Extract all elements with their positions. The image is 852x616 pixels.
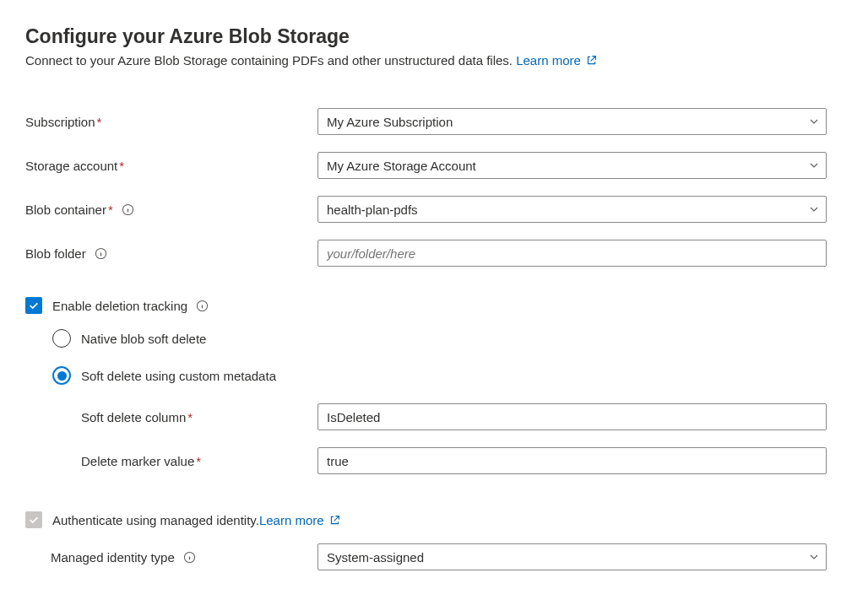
subscription-value: My Azure Subscription	[327, 115, 453, 129]
learn-more-text: Learn more	[516, 53, 581, 68]
blob-container-select[interactable]: health-plan-pdfs	[317, 196, 827, 223]
custom-soft-delete-radio[interactable]: Soft delete using custom metadata	[52, 366, 827, 385]
info-icon[interactable]	[122, 203, 134, 216]
chevron-down-icon	[809, 204, 819, 214]
enable-deletion-tracking-checkbox[interactable]	[25, 297, 42, 314]
soft-delete-column-label: Soft delete column	[81, 410, 186, 424]
page-subtitle: Connect to your Azure Blob Storage conta…	[25, 53, 827, 68]
blob-container-label: Blob container	[25, 203, 106, 217]
info-icon[interactable]	[183, 551, 196, 564]
auth-managed-identity-checkbox[interactable]	[25, 511, 42, 528]
managed-identity-type-value: System-assigned	[327, 550, 424, 565]
enable-deletion-tracking-label: Enable deletion tracking	[52, 299, 187, 313]
custom-soft-delete-label: Soft delete using custom metadata	[81, 369, 276, 383]
required-asterisk: *	[187, 410, 193, 424]
auth-learn-more-text: Learn more	[259, 513, 324, 527]
managed-identity-type-label: Managed identity type	[51, 550, 175, 565]
native-soft-delete-radio[interactable]: Native blob soft delete	[52, 329, 827, 348]
delete-marker-value-input[interactable]	[317, 447, 827, 474]
delete-marker-value-label: Delete marker value	[81, 454, 194, 468]
radio-dot	[57, 371, 67, 381]
check-icon	[28, 300, 40, 311]
blob-folder-label: Blob folder	[25, 246, 86, 261]
required-asterisk: *	[196, 454, 201, 468]
subtitle-text: Connect to your Azure Blob Storage conta…	[25, 53, 516, 68]
info-icon[interactable]	[95, 247, 107, 260]
required-asterisk: *	[108, 203, 113, 217]
storage-account-select[interactable]: My Azure Storage Account	[317, 152, 827, 179]
required-asterisk: *	[119, 159, 124, 173]
info-icon[interactable]	[196, 300, 209, 312]
storage-account-label: Storage account	[25, 159, 117, 173]
auth-learn-more-link[interactable]: Learn more	[259, 513, 340, 527]
subscription-select[interactable]: My Azure Subscription	[317, 108, 827, 135]
radio-circle	[52, 329, 71, 348]
chevron-down-icon	[809, 116, 819, 127]
radio-circle	[52, 366, 71, 385]
soft-delete-column-input[interactable]	[317, 403, 827, 430]
blob-container-value: health-plan-pdfs	[327, 203, 418, 217]
storage-account-value: My Azure Storage Account	[327, 159, 476, 173]
managed-identity-type-select[interactable]: System-assigned	[317, 543, 827, 570]
required-asterisk: *	[97, 115, 102, 129]
native-soft-delete-label: Native blob soft delete	[81, 332, 206, 346]
page-title: Configure your Azure Blob Storage	[25, 25, 827, 48]
chevron-down-icon	[809, 160, 819, 170]
blob-folder-input[interactable]	[317, 240, 827, 267]
learn-more-link[interactable]: Learn more	[516, 53, 597, 68]
auth-managed-identity-label: Authenticate using managed identity.	[52, 513, 259, 527]
subscription-label: Subscription	[25, 115, 95, 129]
external-link-icon	[329, 515, 340, 526]
chevron-down-icon	[809, 552, 819, 562]
check-icon	[28, 514, 40, 526]
external-link-icon	[586, 55, 597, 66]
